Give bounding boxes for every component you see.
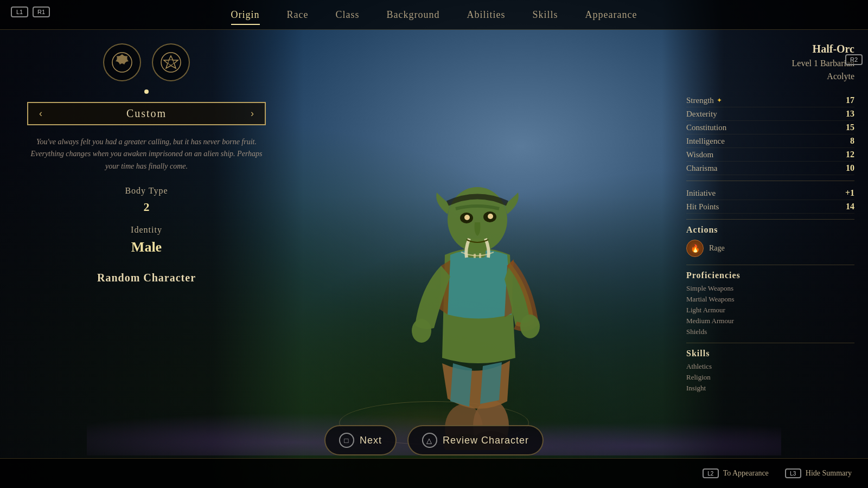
skill-athletics: Athletics [686, 361, 854, 372]
prof-light-armour: Light Armour [686, 305, 854, 316]
proficiencies-header: Proficiencies [686, 271, 854, 280]
left-panel: ‹ Custom › You've always felt you had a … [0, 30, 293, 295]
review-character-button[interactable]: △ Review Character [407, 425, 544, 455]
tab-class[interactable]: Class [336, 7, 360, 23]
svg-point-13 [488, 214, 493, 219]
svg-point-12 [464, 215, 470, 220]
identity-value: Male [16, 239, 277, 255]
skill-insight: Insight [686, 383, 854, 394]
svg-rect-7 [474, 254, 476, 258]
bottom-action-buttons: □ Next △ Review Character [324, 425, 544, 455]
origin-icon-emblem[interactable] [152, 43, 190, 81]
body-type-label: Body Type [16, 186, 277, 196]
svg-point-4 [412, 319, 431, 343]
next-button-icon: □ [339, 433, 354, 448]
stat-row-strength: Strength ✦ 17 [686, 94, 854, 107]
random-character-button[interactable]: Random Character [16, 272, 277, 284]
controller-buttons: L1 R1 [11, 7, 50, 17]
stat-row-constitution: Constitution 15 [686, 121, 854, 134]
actions-header: Actions [686, 225, 854, 235]
prof-martial-weapons: Martial Weapons [686, 294, 854, 305]
wisdom-value: 12 [846, 150, 854, 159]
rage-label: Rage [709, 244, 725, 253]
top-navigation: Origin Race Class Background Abilities S… [0, 0, 868, 30]
review-button-label: Review Character [443, 435, 529, 446]
constitution-label: Constitution [686, 123, 726, 132]
stat-row-initiative: Initiative +1 [686, 187, 854, 200]
strength-value: 17 [846, 95, 854, 105]
tab-appearance[interactable]: Appearance [585, 7, 637, 23]
svg-point-16 [168, 60, 174, 65]
identity-label: Identity [16, 225, 277, 235]
selector-next-button[interactable]: › [248, 108, 257, 119]
charisma-value: 10 [846, 163, 854, 173]
prof-shields: Shields [686, 326, 854, 337]
selector-current-value: Custom [45, 107, 248, 120]
hide-summary-action[interactable]: L3 Hide Summary [785, 468, 852, 478]
tab-race[interactable]: Race [287, 7, 309, 23]
skills-header: Skills [686, 349, 854, 358]
intelligence-label: Intelligence [686, 137, 725, 146]
svg-point-5 [520, 314, 540, 338]
stat-row-dexterity: Dexterity 13 [686, 107, 854, 121]
body-type-value: 2 [16, 200, 277, 214]
initiative-value: +1 [845, 188, 854, 198]
wisdom-label: Wisdom [686, 150, 713, 159]
tab-abilities[interactable]: Abilities [467, 7, 506, 23]
r2-button[interactable]: R2 [845, 54, 863, 65]
skill-religion: Religion [686, 372, 854, 383]
stat-row-wisdom: Wisdom 12 [686, 148, 854, 162]
skills-divider [686, 343, 854, 343]
right-panel: Half-Orc Level 1 Barbarian Acolyte Stren… [673, 30, 868, 404]
next-button-label: Next [360, 435, 382, 446]
constitution-value: 15 [846, 123, 854, 132]
selector-prev-button[interactable]: ‹ [36, 108, 45, 119]
stat-row-hit-points: Hit Points 14 [686, 200, 854, 214]
character-race: Half-Orc [686, 41, 854, 57]
origin-icon-custom[interactable] [103, 43, 141, 81]
character-title: Half-Orc Level 1 Barbarian Acolyte [686, 41, 854, 83]
charisma-label: Charisma [686, 164, 718, 173]
rage-icon: 🔥 [686, 240, 704, 257]
character-portrait [393, 114, 556, 450]
to-appearance-action[interactable]: L2 To Appearance [703, 468, 769, 478]
review-button-icon: △ [422, 433, 437, 448]
origin-icons-row [16, 43, 277, 81]
origin-description: You've always felt you had a greater cal… [27, 136, 266, 172]
hit-points-value: 14 [846, 202, 854, 211]
next-button[interactable]: □ Next [324, 425, 397, 455]
hide-summary-label: Hide Summary [806, 469, 852, 478]
to-appearance-label: To Appearance [723, 469, 769, 478]
character-background: Acolyte [686, 70, 854, 83]
hide-summary-ctrl: L3 [785, 468, 801, 478]
tab-origin[interactable]: Origin [231, 7, 260, 23]
actions-divider [686, 219, 854, 220]
origin-selector: ‹ Custom › [27, 102, 266, 125]
initiative-label: Initiative [686, 189, 716, 198]
proficiencies-divider [686, 265, 854, 265]
tab-background[interactable]: Background [387, 7, 440, 23]
stat-row-intelligence: Intelligence 8 [686, 134, 854, 148]
prof-medium-armour: Medium Armour [686, 316, 854, 326]
svg-rect-8 [479, 253, 481, 258]
character-level-class: Level 1 Barbarian [686, 57, 854, 70]
l1-button[interactable]: L1 [11, 7, 28, 17]
to-appearance-ctrl: L2 [703, 468, 719, 478]
strength-star: ✦ [717, 97, 722, 105]
hit-points-label: Hit Points [686, 202, 719, 211]
dot-indicator [16, 89, 277, 94]
action-rage: 🔥 Rage [686, 237, 854, 259]
stats-divider [686, 181, 854, 181]
stat-row-charisma: Charisma 10 [686, 162, 854, 175]
tab-skills[interactable]: Skills [533, 7, 558, 23]
nav-tabs-container: Origin Race Class Background Abilities S… [231, 7, 637, 23]
r1-button[interactable]: R1 [33, 7, 50, 17]
dexterity-label: Dexterity [686, 110, 717, 119]
active-dot [144, 89, 149, 94]
intelligence-value: 8 [850, 136, 854, 146]
bottom-bar: L2 To Appearance L3 Hide Summary [0, 458, 868, 488]
prof-simple-weapons: Simple Weapons [686, 283, 854, 294]
dexterity-value: 13 [846, 109, 854, 119]
strength-label: Strength ✦ [686, 96, 722, 105]
